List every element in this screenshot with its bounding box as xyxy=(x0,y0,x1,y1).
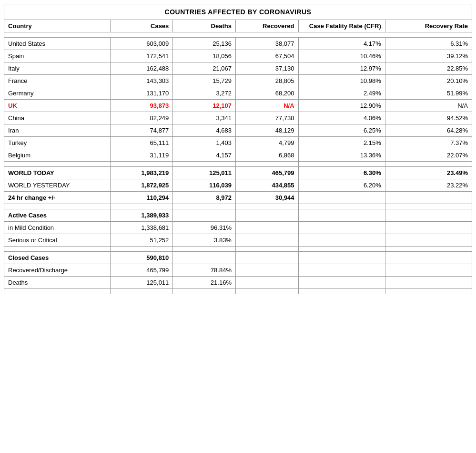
country-recovered: 68,200 xyxy=(235,87,298,100)
country-rr: 20.10% xyxy=(385,75,472,87)
country-recovered: 77,738 xyxy=(235,112,298,124)
table-row: Belgium 31,119 4,157 6,868 13.36% 22.07% xyxy=(4,149,472,162)
spacer-row-4 xyxy=(4,247,472,252)
closed-cases-total: 590,810 xyxy=(110,252,173,264)
country-cases: 93,873 xyxy=(110,100,173,112)
serious-critical-row: Serious or Critical 51,252 3.83% xyxy=(4,234,472,247)
country-cfr: 4.06% xyxy=(298,112,385,124)
mild-count: 1,338,681 xyxy=(110,222,173,234)
deaths-closed-label: Deaths xyxy=(4,277,111,289)
country-recovered: 67,504 xyxy=(235,50,298,62)
closed-cases-row: Closed Cases 590,810 xyxy=(4,252,472,264)
country-cfr: 12.97% xyxy=(298,62,385,75)
spacer-row xyxy=(4,32,472,38)
world-today-recovered: 465,799 xyxy=(235,167,298,179)
serious-label: Serious or Critical xyxy=(4,234,111,247)
header-rr: Recovery Rate xyxy=(385,20,472,32)
country-name: Belgium xyxy=(4,149,111,162)
header-country: Country xyxy=(4,20,111,32)
world-yesterday-cases: 1,872,925 xyxy=(110,179,173,192)
country-rr: 51.99% xyxy=(385,87,472,100)
country-rr: N/A xyxy=(385,100,472,112)
main-wrapper: COUNTRIES AFFECTED BY CORONAVIRUS Countr… xyxy=(0,0,476,298)
header-recovered: Recovered xyxy=(235,20,298,32)
country-cases: 162,488 xyxy=(110,62,173,75)
country-cases: 172,541 xyxy=(110,50,173,62)
spacer-row-bottom xyxy=(4,289,472,294)
recovered-discharge-row: Recovered/Discharge 465,799 78.84% xyxy=(4,264,472,277)
country-cfr: 2.15% xyxy=(298,137,385,149)
country-cases: 143,303 xyxy=(110,75,173,87)
country-recovered: 4,799 xyxy=(235,137,298,149)
change-cfr-empty xyxy=(298,192,385,204)
country-rr: 64.28% xyxy=(385,124,472,137)
country-name: Italy xyxy=(4,62,111,75)
country-cases: 82,249 xyxy=(110,112,173,124)
country-cases: 74,877 xyxy=(110,124,173,137)
country-cfr: 4.17% xyxy=(298,38,385,50)
country-name: Spain xyxy=(4,50,111,62)
active-cases-label: Active Cases xyxy=(4,209,111,222)
table-row: Spain 172,541 18,056 67,504 10.46% 39.12… xyxy=(4,50,472,62)
country-cases: 131,170 xyxy=(110,87,173,100)
country-rr: 94.52% xyxy=(385,112,472,124)
world-today-row: WORLD TODAY 1,983,219 125,011 465,799 6.… xyxy=(4,167,472,179)
world-today-cfr: 6.30% xyxy=(298,167,385,179)
change-24hr-row: 24 hr change +/- 110,294 8,972 30,944 xyxy=(4,192,472,204)
mild-condition-row: in Mild Condition 1,338,681 96.31% xyxy=(4,222,472,234)
country-rr: 22.85% xyxy=(385,62,472,75)
spacer-row-3 xyxy=(4,204,472,209)
change-rr-empty xyxy=(385,192,472,204)
country-name: Turkey xyxy=(4,137,111,149)
country-rr: 6.31% xyxy=(385,38,472,50)
country-recovered: N/A xyxy=(235,100,298,112)
header-deaths: Deaths xyxy=(173,20,236,32)
country-cfr: 13.36% xyxy=(298,149,385,162)
deaths-closed-count: 125,011 xyxy=(110,277,173,289)
table-row: Turkey 65,111 1,403 4,799 2.15% 7.37% xyxy=(4,137,472,149)
table-row: Germany 131,170 3,272 68,200 2.49% 51.99… xyxy=(4,87,472,100)
mild-pct: 96.31% xyxy=(173,222,236,234)
table-row: United States 603,009 25,136 38,077 4.17… xyxy=(4,38,472,50)
country-deaths: 3,341 xyxy=(173,112,236,124)
active-cases-row: Active Cases 1,389,933 xyxy=(4,209,472,222)
country-cases: 65,111 xyxy=(110,137,173,149)
table-row: Italy 162,488 21,067 37,130 12.97% 22.85… xyxy=(4,62,472,75)
country-deaths: 3,272 xyxy=(173,87,236,100)
serious-pct: 3.83% xyxy=(173,234,236,247)
closed-cases-label: Closed Cases xyxy=(4,252,111,264)
country-recovered: 28,805 xyxy=(235,75,298,87)
country-name: UK xyxy=(4,100,111,112)
country-cfr: 12.90% xyxy=(298,100,385,112)
rec-discharge-pct: 78.84% xyxy=(173,264,236,277)
world-yesterday-recovered: 434,855 xyxy=(235,179,298,192)
country-rr: 39.12% xyxy=(385,50,472,62)
country-deaths: 4,683 xyxy=(173,124,236,137)
table-row: Iran 74,877 4,683 48,129 6.25% 64.28% xyxy=(4,124,472,137)
country-deaths: 1,403 xyxy=(173,137,236,149)
country-deaths: 4,157 xyxy=(173,149,236,162)
country-recovered: 37,130 xyxy=(235,62,298,75)
country-name: Germany xyxy=(4,87,111,100)
country-cfr: 6.25% xyxy=(298,124,385,137)
serious-count: 51,252 xyxy=(110,234,173,247)
country-deaths: 18,056 xyxy=(173,50,236,62)
country-deaths: 15,729 xyxy=(173,75,236,87)
world-today-deaths: 125,011 xyxy=(173,167,236,179)
header-cases: Cases xyxy=(110,20,173,32)
country-name: United States xyxy=(4,38,111,50)
table-row: UK 93,873 12,107 N/A 12.90% N/A xyxy=(4,100,472,112)
world-today-label: WORLD TODAY xyxy=(4,167,111,179)
world-today-cases: 1,983,219 xyxy=(110,167,173,179)
country-name: Iran xyxy=(4,124,111,137)
world-yesterday-cfr: 6.20% xyxy=(298,179,385,192)
country-cfr: 2.49% xyxy=(298,87,385,100)
change-cases: 110,294 xyxy=(110,192,173,204)
country-rr: 22.07% xyxy=(385,149,472,162)
country-recovered: 6,868 xyxy=(235,149,298,162)
rec-discharge-label: Recovered/Discharge xyxy=(4,264,111,277)
spacer-row-2 xyxy=(4,162,472,167)
country-recovered: 38,077 xyxy=(235,38,298,50)
change-deaths: 8,972 xyxy=(173,192,236,204)
world-yesterday-rr: 23.22% xyxy=(385,179,472,192)
